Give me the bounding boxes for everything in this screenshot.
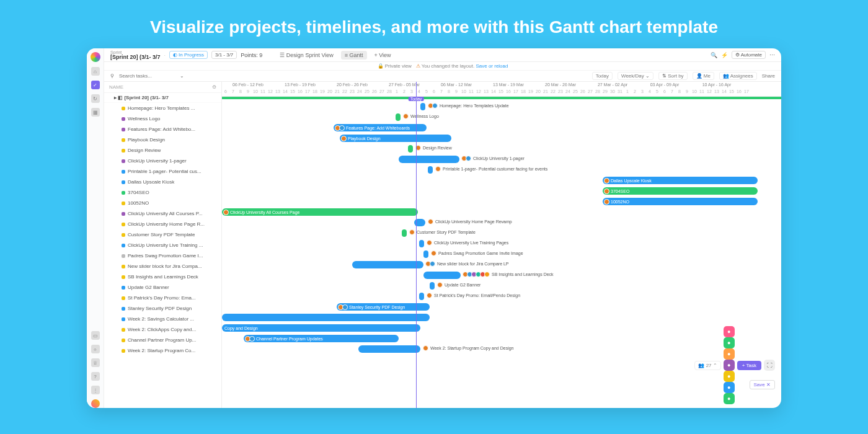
app-logo[interactable] xyxy=(91,52,100,62)
status-pill[interactable]: ◐In Progress xyxy=(169,51,208,59)
grid-icon[interactable]: ▦ xyxy=(91,108,100,117)
new-task-button[interactable]: + Task xyxy=(737,361,761,370)
more-icon[interactable]: ⋯ xyxy=(769,52,775,58)
task-row[interactable]: Wellness Logo xyxy=(104,113,221,124)
task-name: ClickUp University Home Page R... xyxy=(128,221,205,227)
gantt-bar[interactable] xyxy=(419,240,424,247)
gantt-bar[interactable] xyxy=(408,145,413,153)
gantt-bar[interactable] xyxy=(423,272,461,279)
gantt-bar[interactable] xyxy=(358,345,420,353)
gantt-bar[interactable] xyxy=(430,282,435,290)
action-chip[interactable]: ● xyxy=(724,393,735,404)
help-icon[interactable]: ? xyxy=(91,372,100,381)
doc-icon[interactable]: ▭ xyxy=(91,331,100,340)
today-tag: Today xyxy=(409,97,424,101)
refresh-icon[interactable]: ↻ xyxy=(91,94,100,103)
task-row[interactable]: New slider block for Jira Compa... xyxy=(104,261,221,272)
gantt-bar[interactable]: Playbook Design xyxy=(340,135,451,142)
task-row[interactable]: St Patrick's Day Promo: Ema... xyxy=(104,293,221,303)
task-row[interactable]: Customer Story PDF Template xyxy=(104,229,221,240)
task-row[interactable]: Dallas Upscale Kiosk xyxy=(104,177,221,187)
filter-icon[interactable]: ⚲ xyxy=(110,73,114,79)
view-design[interactable]: ☰ Design Sprint View xyxy=(276,51,337,60)
add-view-button[interactable]: + View xyxy=(371,51,395,60)
gantt-bar[interactable]: Dallas Upscale Kiosk xyxy=(603,177,758,184)
task-row[interactable]: 3704SEO xyxy=(104,187,221,198)
task-row[interactable]: SB Insights and Learnings Deck xyxy=(104,272,221,282)
task-row[interactable]: Stanley Security PDF Design xyxy=(104,303,221,314)
action-chip[interactable]: ● xyxy=(724,360,735,371)
save-reload-link[interactable]: Save or reload xyxy=(476,63,508,69)
task-row[interactable]: Week 2: ClickApps Copy and... xyxy=(104,324,221,335)
gantt-bar[interactable] xyxy=(420,103,425,110)
gantt-bar[interactable] xyxy=(428,166,433,174)
day-label: 24 xyxy=(564,89,572,94)
search-input[interactable] xyxy=(119,73,175,79)
breadcrumb[interactable]: Sprint [Sprint 20] (3/1- 3/7 xyxy=(110,50,161,60)
view-gantt[interactable]: ≡ Gantt xyxy=(341,51,367,60)
share-button[interactable]: Share xyxy=(762,73,775,79)
task-row[interactable]: 10052NO xyxy=(104,198,221,208)
task-row[interactable]: Features Page: Add Whitebo... xyxy=(104,124,221,135)
check-icon[interactable]: ✓ xyxy=(91,81,100,89)
task-name: Dallas Upscale Kiosk xyxy=(128,179,174,185)
notice-bar: 🔒 Private view ⚠ You changed the layout.… xyxy=(104,62,781,71)
lock-icon: 🔒 xyxy=(378,63,384,69)
task-row[interactable]: Channel Partner Program Up... xyxy=(104,335,221,345)
task-row[interactable]: ClickUp University Home Page R... xyxy=(104,219,221,229)
sort-button[interactable]: ⇅ Sort by xyxy=(658,72,688,80)
gantt-bar[interactable]: Copy and Design xyxy=(222,324,420,332)
gantt-row: Design Review xyxy=(222,144,781,154)
gantt-bar[interactable]: ClickUp University All Courses Page xyxy=(222,208,418,216)
task-row[interactable]: Playbook Design xyxy=(104,135,221,145)
task-row[interactable]: Week 2: Startup Program Co... xyxy=(104,345,221,356)
chevron-down-icon[interactable]: ⌄ xyxy=(180,73,184,79)
gantt-bar[interactable] xyxy=(419,293,424,300)
gantt-bar[interactable]: 10052NO xyxy=(603,198,758,205)
daterange-pill[interactable]: 3/1 - 3/7 xyxy=(211,51,237,59)
action-chip[interactable]: ● xyxy=(724,326,735,337)
more-icon[interactable]: ⋮ xyxy=(91,386,100,394)
trophy-icon[interactable]: ♕ xyxy=(91,358,100,367)
count-chip[interactable]: 👥 27 ⌃ xyxy=(694,361,720,370)
gantt-bar[interactable]: Features Page: Add Whiteboards xyxy=(334,124,427,131)
avatar-icon[interactable] xyxy=(91,399,100,408)
task-row[interactable]: ClickUp University 1-pager xyxy=(104,156,221,166)
status-dot xyxy=(122,149,125,153)
gantt-bar[interactable] xyxy=(352,261,423,268)
gantt-bar[interactable] xyxy=(423,250,428,258)
task-row[interactable]: Design Review xyxy=(104,145,221,156)
gantt-bar[interactable] xyxy=(396,113,401,121)
action-chip[interactable]: ● xyxy=(724,348,735,360)
settings-icon[interactable]: ⚙ xyxy=(212,84,216,90)
task-row[interactable]: Padres Swag Promotion Game I... xyxy=(104,250,221,261)
group-row[interactable]: ▸ ◧ [Sprint 20] (3/1- 3/7 xyxy=(104,93,221,103)
task-row[interactable]: Week 2: Savings Calculator ... xyxy=(104,314,221,324)
expand-icon[interactable]: ⛶ xyxy=(764,360,775,371)
task-name: Week 2: ClickApps Copy and... xyxy=(128,327,196,332)
me-filter[interactable]: 👤 Me xyxy=(693,72,714,80)
task-row[interactable]: ClickUp University Live Training ... xyxy=(104,240,221,250)
gantt-bar[interactable] xyxy=(402,229,407,237)
gantt-bar[interactable] xyxy=(222,314,430,321)
bolt-icon[interactable]: ⚡ xyxy=(721,52,728,58)
gantt-bar[interactable]: Channel Partner Program Updates xyxy=(244,335,399,342)
task-row[interactable]: ClickUp University All Courses P... xyxy=(104,208,221,219)
gantt-bar[interactable] xyxy=(399,156,459,163)
task-row[interactable]: Printable 1-pager- Potential cus... xyxy=(104,166,221,177)
search-icon[interactable]: 🔍 xyxy=(711,52,717,58)
gantt-bar[interactable]: 3704SEO xyxy=(603,187,758,195)
assignees-filter[interactable]: 👥 Assignees xyxy=(719,72,757,80)
action-chip[interactable]: ● xyxy=(724,337,735,348)
automate-button[interactable]: ⚙ Automate xyxy=(732,51,766,59)
scale-select[interactable]: Week/Day ⌄ xyxy=(618,72,653,80)
today-button[interactable]: Today xyxy=(592,72,613,80)
status-dot xyxy=(122,159,125,163)
action-chip[interactable]: ● xyxy=(724,382,735,393)
action-chip[interactable]: ● xyxy=(724,371,735,382)
task-row[interactable]: Homepage: Hero Templates ... xyxy=(104,103,221,113)
home-icon[interactable]: ⌂ xyxy=(91,67,100,76)
link-icon[interactable]: ⟐ xyxy=(91,345,100,353)
task-row[interactable]: Update G2 Banner xyxy=(104,282,221,293)
gantt-chart[interactable]: 06 Feb - 12 Feb13 Feb - 19 Feb20 Feb - 2… xyxy=(222,82,781,408)
